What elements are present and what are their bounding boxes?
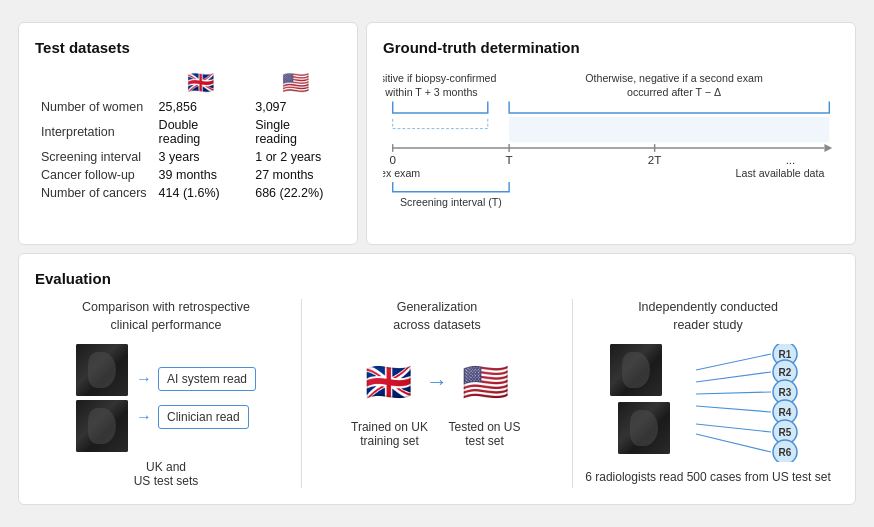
ground-truth-title: Ground-truth determination [383, 39, 839, 56]
row-label: Interpretation [35, 116, 153, 148]
flow-arrows: → AI system read → Clinician read [136, 367, 256, 429]
row-val-us: 27 months [249, 166, 341, 184]
ai-flow-box: → AI system read [136, 367, 256, 391]
main-container: Test datasets 🇬🇧 🇺🇸 Number of wo [10, 14, 864, 513]
us-flag-header: 🇺🇸 [249, 68, 341, 98]
ground-truth-card: Ground-truth determination Positive if b… [366, 22, 856, 245]
uk-flag-large: 🇬🇧 [365, 360, 412, 404]
svg-text:...: ... [786, 153, 796, 166]
gen-labels-row: Trained on UK training set Tested on US … [347, 420, 527, 448]
row-val-us: 686 (22.2%) [249, 184, 341, 202]
mammo-img-top [76, 344, 128, 396]
svg-line-19 [696, 392, 771, 394]
svg-line-22 [696, 434, 771, 452]
mammo-layer-1 [610, 344, 662, 396]
reader-study-title: Independently conductedreader study [638, 299, 778, 334]
comparison-diagram: → AI system read → Clinician read [76, 344, 256, 452]
svg-marker-5 [824, 144, 832, 152]
row-label: Number of cancers [35, 184, 153, 202]
svg-text:R4: R4 [779, 407, 792, 418]
uk-flag-header: 🇬🇧 [153, 68, 250, 98]
gen-flags-container: 🇬🇧 → 🇺🇸 [365, 360, 509, 404]
mammo-stack-comparison [76, 344, 128, 452]
svg-text:R2: R2 [779, 367, 792, 378]
test-datasets-card: Test datasets 🇬🇧 🇺🇸 Number of wo [18, 22, 358, 245]
datasets-table: 🇬🇧 🇺🇸 Number of women 25,856 3,097 Inter… [35, 68, 341, 202]
clinician-label-box: Clinician read [158, 405, 249, 429]
clinician-flow-box: → Clinician read [136, 405, 249, 429]
ai-label-box: AI system read [158, 367, 256, 391]
svg-text:Screening interval (T): Screening interval (T) [400, 196, 502, 208]
tested-label: Tested on US test set [442, 420, 527, 448]
ai-arrow: → [136, 370, 152, 388]
eval-section-generalization: Generalizationacross datasets 🇬🇧 → 🇺🇸 Tr… [306, 299, 568, 448]
eval-section-comparison: Comparison with retrospectiveclinical pe… [35, 299, 297, 488]
row-val-us: 1 or 2 years [249, 148, 341, 166]
divider-2 [572, 299, 573, 488]
svg-text:R1: R1 [779, 349, 792, 360]
svg-text:R6: R6 [779, 447, 792, 458]
table-row: Screening interval 3 years 1 or 2 years [35, 148, 341, 166]
us-flag-large: 🇺🇸 [462, 360, 509, 404]
row-val-us: Single reading [249, 116, 341, 148]
row-label: Screening interval [35, 148, 153, 166]
divider-1 [301, 299, 302, 488]
svg-text:T: T [506, 153, 513, 166]
mammo-layer-2 [618, 402, 670, 454]
eval-sections: Comparison with retrospectiveclinical pe… [35, 299, 839, 488]
svg-text:occurred after T − Δ: occurred after T − Δ [627, 86, 721, 98]
reader-lines-svg: R1 R2 R3 R4 R5 R6 [686, 344, 806, 462]
evaluation-title: Evaluation [35, 270, 839, 287]
eval-section-reader: Independently conductedreader study [577, 299, 839, 484]
table-row: Interpretation Double reading Single rea… [35, 116, 341, 148]
clinician-arrow: → [136, 408, 152, 426]
table-row: Cancer follow-up 39 months 27 months [35, 166, 341, 184]
gt-svg: Positive if biopsy-confirmed within T + … [383, 68, 839, 228]
table-row: Number of women 25,856 3,097 [35, 98, 341, 116]
svg-line-21 [696, 424, 771, 432]
row-label: Number of women [35, 98, 153, 116]
us-flag-group: 🇺🇸 [462, 360, 509, 404]
comparison-title: Comparison with retrospectiveclinical pe… [82, 299, 250, 334]
svg-text:within T + 3 months: within T + 3 months [384, 86, 477, 98]
svg-text:Positive if biopsy-confirmed: Positive if biopsy-confirmed [383, 72, 496, 84]
evaluation-card: Evaluation Comparison with retrospective… [18, 253, 856, 505]
svg-text:R5: R5 [779, 427, 792, 438]
gen-arrow: → [426, 369, 448, 395]
gt-diagram: Positive if biopsy-confirmed within T + … [383, 68, 839, 228]
top-row: Test datasets 🇬🇧 🇺🇸 Number of wo [18, 22, 856, 245]
row-val-uk: 39 months [153, 166, 250, 184]
svg-line-18 [696, 372, 771, 382]
svg-line-20 [696, 406, 771, 412]
svg-rect-16 [509, 117, 829, 142]
row-val-uk: Double reading [153, 116, 250, 148]
trained-label: Trained on UK training set [347, 420, 432, 448]
svg-text:Index exam: Index exam [383, 167, 420, 179]
svg-text:R3: R3 [779, 387, 792, 398]
row-val-uk: 414 (1.6%) [153, 184, 250, 202]
svg-text:2T: 2T [648, 153, 662, 166]
reader-study-content: R1 R2 R3 R4 R5 R6 [610, 344, 806, 462]
test-datasets-title: Test datasets [35, 39, 341, 56]
uk-flag-group: 🇬🇧 [365, 360, 412, 404]
mammo-layered-stack [610, 344, 678, 462]
row-val-uk: 3 years [153, 148, 250, 166]
svg-text:Otherwise, negative if a secon: Otherwise, negative if a second exam [585, 72, 763, 84]
row-val-uk: 25,856 [153, 98, 250, 116]
svg-line-17 [696, 354, 771, 370]
svg-text:Last available data: Last available data [736, 167, 825, 179]
row-label: Cancer follow-up [35, 166, 153, 184]
row-val-us: 3,097 [249, 98, 341, 116]
comparison-bottom-label: UK andUS test sets [134, 460, 199, 488]
generalization-title: Generalizationacross datasets [393, 299, 481, 334]
reader-bottom-label: 6 radiologists read 500 cases from US te… [585, 470, 830, 484]
svg-text:0: 0 [389, 153, 396, 166]
table-row: Number of cancers 414 (1.6%) 686 (22.2%) [35, 184, 341, 202]
mammo-img-bottom [76, 400, 128, 452]
